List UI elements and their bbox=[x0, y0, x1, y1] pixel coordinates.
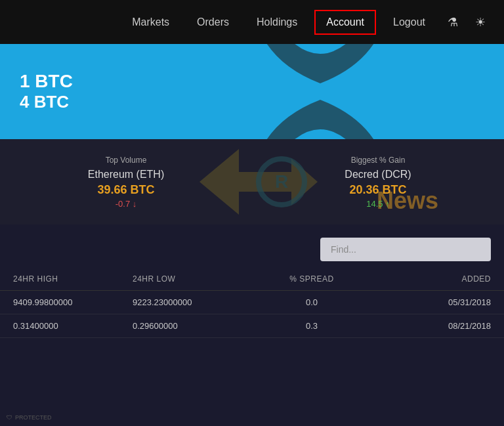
table-header: 24HR HIGH 24HR LOW % SPREAD ADDED bbox=[0, 268, 504, 291]
watermark-text: PROTECTED bbox=[15, 414, 52, 421]
nav-orders[interactable]: Orders bbox=[186, 11, 240, 33]
flask-icon[interactable]: ⚗ bbox=[442, 10, 463, 35]
cell-added: 08/21/2018 bbox=[371, 321, 491, 331]
col-header-high: 24HR HIGH bbox=[13, 272, 133, 286]
top-volume-name: Ethereum (ETH) bbox=[88, 169, 164, 181]
navigation: Markets Orders Holdings Account Logout ⚗… bbox=[0, 0, 504, 44]
top-volume-value: 39.66 BTC bbox=[97, 183, 154, 197]
biggest-gain-block: Biggest % Gain Decred (DCR) 20.36 BTC 14… bbox=[252, 139, 504, 224]
cell-low: 0.29600000 bbox=[133, 321, 252, 331]
biggest-gain-label: Biggest % Gain bbox=[351, 156, 406, 165]
cell-spread: 0.3 bbox=[252, 321, 371, 331]
top-volume-block: Top Volume Ethereum (ETH) 39.66 BTC -0.7… bbox=[0, 139, 252, 224]
search-section bbox=[0, 224, 504, 268]
search-input[interactable] bbox=[320, 238, 491, 261]
table-body: 9409.99800000 9223.23000000 0.0 05/31/20… bbox=[0, 291, 504, 338]
cell-low: 9223.23000000 bbox=[133, 297, 252, 307]
col-header-added: ADDED bbox=[371, 272, 491, 286]
nav-logout[interactable]: Logout bbox=[383, 11, 436, 33]
nav-markets[interactable]: Markets bbox=[121, 11, 180, 33]
hero-line2: 4 BTC bbox=[20, 92, 73, 112]
hero-line1: 1 BTC bbox=[20, 71, 73, 92]
biggest-gain-value: 20.36 BTC bbox=[349, 183, 406, 197]
hero-banner: 1 BTC 4 BTC bbox=[0, 44, 504, 139]
cell-added: 05/31/2018 bbox=[371, 297, 491, 307]
biggest-gain-change: 14.5 ↑ bbox=[366, 199, 389, 209]
nav-account[interactable]: Account bbox=[314, 10, 376, 35]
table-row: 9409.99800000 9223.23000000 0.0 05/31/20… bbox=[0, 291, 504, 314]
cell-high: 9409.99800000 bbox=[13, 297, 133, 307]
bottom-watermark: 🛡 PROTECTED bbox=[7, 414, 52, 421]
table-row: 0.31400000 0.29600000 0.3 08/21/2018 bbox=[0, 314, 504, 338]
cell-spread: 0.0 bbox=[252, 297, 371, 307]
top-volume-label: Top Volume bbox=[106, 156, 147, 165]
col-header-low: 24HR LOW bbox=[133, 272, 252, 286]
stats-bar: R Top Volume Ethereum (ETH) 39.66 BTC -0… bbox=[0, 139, 504, 224]
biggest-gain-name: Decred (DCR) bbox=[345, 169, 411, 181]
ripple-logo bbox=[235, 44, 406, 139]
settings-icon[interactable]: ☀ bbox=[470, 10, 491, 35]
cell-high: 0.31400000 bbox=[13, 321, 133, 331]
col-header-spread: % SPREAD bbox=[252, 272, 371, 286]
top-volume-change: -0.7 ↓ bbox=[116, 199, 137, 209]
hero-text: 1 BTC 4 BTC bbox=[20, 71, 73, 112]
nav-holdings[interactable]: Holdings bbox=[246, 11, 308, 33]
shield-icon: 🛡 bbox=[7, 414, 12, 421]
